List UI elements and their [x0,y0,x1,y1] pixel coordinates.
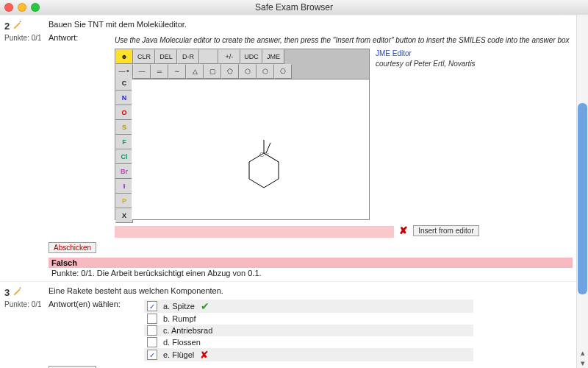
atom-button[interactable]: Cl [115,149,133,164]
question-3: 3 Punkte: 0/1 Eine Rakete besteht aus we… [0,281,577,368]
checkbox[interactable] [147,337,157,347]
option-label: c. Antriebsrad [163,326,212,335]
editor-credits: JME Editor courtesy of Peter Ertl, Novar… [376,49,476,69]
question-number-col: 3 Punkte: 0/1 [4,286,49,368]
vertical-scrollbar[interactable]: ▴ ▾ [576,15,588,368]
atom-button[interactable]: Br [115,164,133,179]
molecule-drawing[interactable]: C²⁻ [242,138,286,190]
checkbox[interactable] [147,350,157,360]
svg-marker-0 [249,153,279,188]
atom-button[interactable]: C [115,76,133,91]
editor-tool-button[interactable]: DEL [155,49,177,64]
atom-button[interactable]: P [115,194,133,208]
atom-button[interactable]: O [115,105,133,120]
edit-icon[interactable] [12,20,23,32]
checkbox[interactable] [147,314,157,324]
option-row[interactable]: b. Rumpf [144,313,473,325]
option-row[interactable]: c. Antriebsrad [144,325,473,336]
atom-button[interactable]: I [115,179,133,194]
smiles-input[interactable] [115,226,394,238]
option-row[interactable]: e. Flügel✘ [144,348,473,361]
feedback-bar: Falsch [49,258,573,268]
editor-tool-button[interactable]: ▢ [204,64,221,79]
choose-label: Antwort(en) wählen: [49,300,129,308]
insert-from-editor-button[interactable]: Insert from editor [413,225,479,236]
window-titlebar: Safe Exam Browser [0,0,588,15]
question-points: Punkte: 0/1 [4,300,49,308]
editor-tool-button[interactable]: +/- [218,49,240,64]
option-label: d. Flossen [163,338,201,347]
editor-canvas[interactable]: C²⁻ [132,79,369,219]
editor-tool-button[interactable]: ═ [151,64,168,79]
question-points: Punkte: 0/1 [4,34,49,42]
editor-tool-button[interactable]: △ [186,64,204,79]
editor-tool-button[interactable]: ⬡ [239,64,257,79]
question-2: 2 Punkte: 0/1 Bauen Sie TNT mit dem Mole… [0,15,577,281]
editor-tool-button[interactable]: UDC [240,49,262,64]
editor-tool-button[interactable]: ☻ [115,49,133,64]
option-row[interactable]: a. Spitze✔ [144,300,473,313]
deduction-text: Punkte: 0/1. Die Arbeit berücksichtigt e… [49,268,573,278]
question-number-col: 2 Punkte: 0/1 [4,20,49,278]
editor-tool-button[interactable]: D-R [177,49,199,64]
editor-tool-button[interactable]: CLR [133,49,155,64]
option-label: b. Rumpf [163,314,196,323]
question-prompt: Bauen Sie TNT mit dem Moleküleditor. [49,20,573,29]
atom-button[interactable]: F [115,135,133,149]
editor-instruction: Use the Java Molecular editor to create … [115,36,573,44]
correct-icon: ✔ [201,300,209,312]
svg-text:C²⁻: C²⁻ [259,151,270,158]
question-number: 3 [4,287,10,298]
editor-tool-button[interactable]: ⬡ [257,64,274,79]
molecular-editor[interactable]: ☻CLRDELD-R+/-UDCJME —∘—═∼△▢⬠⬡⬡⎔ CNOSFClB… [115,49,370,220]
option-label: a. Spitze [163,302,195,311]
checkbox[interactable] [147,301,157,311]
option-row[interactable]: d. Flossen [144,336,473,348]
scroll-thumb[interactable] [578,103,587,294]
wrong-icon: ✘ [200,349,209,361]
question-prompt: Eine Rakete besteht aus welchen Komponen… [49,286,573,295]
checkbox[interactable] [147,325,157,336]
answer-label: Antwort: [49,33,100,42]
option-label: e. Flügel [163,350,194,359]
edit-icon[interactable] [12,286,23,299]
submit-button[interactable]: Abschicken [49,242,96,253]
window-title: Safe Exam Browser [0,2,588,13]
editor-tool-button[interactable] [199,49,218,64]
question-number: 2 [4,21,10,32]
editor-tool-button[interactable]: JME [262,49,284,64]
wrong-icon: ✘ [399,224,408,236]
scroll-down-icon[interactable]: ▾ [578,358,587,368]
page-content: 2 Punkte: 0/1 Bauen Sie TNT mit dem Mole… [0,15,577,368]
atom-button[interactable]: X [115,208,133,223]
atom-button[interactable]: N [115,91,133,105]
jme-link[interactable]: JME Editor [376,49,412,57]
editor-tool-button[interactable]: — [133,64,151,79]
editor-tool-button[interactable]: ⎔ [274,64,292,79]
editor-tool-button[interactable]: ⬠ [221,64,239,79]
editor-tool-button[interactable]: ∼ [168,64,186,79]
atom-button[interactable]: S [115,120,133,135]
scroll-up-icon[interactable]: ▴ [578,347,587,358]
